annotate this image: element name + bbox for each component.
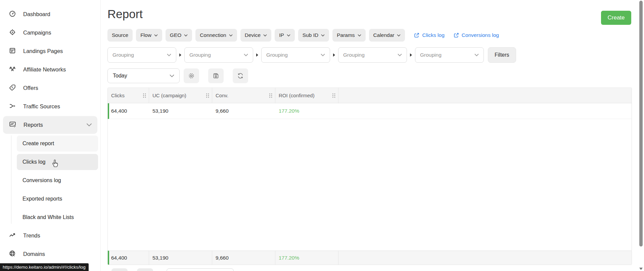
drag-handle-icon[interactable] [268, 93, 273, 99]
grouping-select-5[interactable]: Grouping [415, 47, 484, 63]
date-toolbar: Today [107, 68, 248, 83]
filter-chip-device[interactable]: Device [240, 29, 271, 42]
chip-label: Source [112, 32, 128, 38]
pagination-button-prev[interactable] [111, 268, 128, 271]
filter-chip-geo[interactable]: GEO [166, 29, 192, 42]
arrow-separator-icon [333, 53, 335, 57]
drag-handle-icon[interactable] [331, 93, 336, 99]
table-header-row: Clicks UC (campaign) Conv. ROI (confirme… [108, 88, 632, 103]
chip-label: Device [245, 32, 261, 38]
filter-chip-sub-id[interactable]: Sub ID [298, 29, 329, 42]
conversions-log-link[interactable]: Conversions log [453, 32, 499, 38]
filter-chip-calendar[interactable]: Calendar [369, 29, 405, 42]
filter-chip-params[interactable]: Params [332, 29, 365, 42]
sidebar-item-traffic-sources[interactable]: Traffic Sources [0, 97, 100, 116]
date-range-value: Today [113, 73, 127, 79]
people-icon [9, 65, 16, 74]
sidebar-item-domains[interactable]: Domains [0, 245, 100, 263]
table-empty-area [108, 119, 632, 251]
save-report-button[interactable] [208, 68, 224, 83]
cell-roi-confirmed: 177.20% [275, 108, 338, 114]
rows-per-page-select[interactable] [167, 268, 234, 271]
chevron-down-icon [358, 34, 361, 37]
filters-button[interactable]: Filters [488, 47, 516, 63]
chip-label: Sub ID [303, 32, 318, 38]
chevron-down-icon [321, 54, 325, 56]
submenu-row: Create report [0, 134, 100, 153]
arrow-separator-icon [256, 53, 258, 57]
link-label: Clicks log [422, 32, 444, 38]
chevron-down-icon [474, 54, 479, 56]
sidebar-item-create-report[interactable]: Create report [17, 136, 98, 152]
submenu-item-label: Create report [22, 141, 54, 147]
sidebar-item-exported-reports[interactable]: Exported reports [17, 191, 98, 207]
chip-label: Params [337, 32, 355, 38]
report-settings-button[interactable] [184, 68, 199, 83]
sidebar-item-offers[interactable]: $ Offers [0, 79, 100, 97]
pagination-button-next[interactable] [137, 268, 153, 271]
refresh-button[interactable] [233, 68, 248, 83]
column-header-clicks[interactable]: Clicks [108, 88, 149, 103]
total-roi-confirmed: 177.20% [275, 251, 338, 265]
sidebar-item-campaigns[interactable]: Campaigns [0, 23, 100, 42]
grouping-select-2[interactable]: Grouping [184, 47, 253, 63]
chip-label: GEO [170, 32, 181, 38]
drag-handle-icon[interactable] [142, 93, 147, 99]
sidebar-item-reports[interactable]: Reports [3, 116, 97, 134]
sidebar-item-black-white-lists[interactable]: Black and White Lists [17, 209, 98, 225]
scrollbar-down-arrow-icon[interactable] [639, 268, 643, 270]
grouping-select-3[interactable]: Grouping [261, 47, 330, 63]
drag-handle-icon[interactable] [205, 93, 210, 99]
grouping-select-4[interactable]: Grouping [338, 47, 407, 63]
total-clicks: 64,400 [109, 251, 149, 265]
sidebar-item-label: Trends [23, 232, 40, 239]
sidebar-item-label: Offers [23, 85, 38, 91]
trending-up-icon [9, 231, 16, 240]
svg-text:$: $ [12, 86, 13, 89]
target-icon [9, 29, 16, 37]
price-tag-icon: $ [9, 84, 16, 93]
column-header-roi-confirmed[interactable]: ROI (confirmed) [275, 88, 338, 103]
sidebar-item-dashboard[interactable]: Dashboard [0, 5, 100, 23]
column-header-conversions[interactable]: Conv. [212, 88, 275, 103]
total-uc-campaign: 53,190 [149, 251, 212, 265]
create-button[interactable]: Create [601, 11, 631, 25]
filter-chip-source[interactable]: Source [107, 29, 133, 42]
column-label: Clicks [111, 93, 125, 98]
cell-clicks: 64,400 [109, 108, 149, 114]
column-header-uc-campaign[interactable]: UC (campaign) [149, 88, 212, 103]
reports-submenu: Create report Clicks log Conversions l [0, 134, 100, 226]
sidebar-item-trends[interactable]: Trends [0, 226, 100, 245]
filter-chip-ip[interactable]: IP [275, 29, 295, 42]
sidebar-item-conversions-log[interactable]: Conversions log [17, 172, 98, 188]
scrollbar-thumb[interactable] [639, 1, 643, 247]
chevron-down-icon [229, 34, 233, 37]
chevron-down-icon [167, 54, 171, 56]
save-icon [212, 72, 220, 79]
report-chart-icon [9, 120, 16, 129]
grouping-select-1[interactable]: Grouping [107, 47, 176, 63]
column-label: ROI (confirmed) [279, 93, 315, 98]
arrow-separator-icon [410, 53, 412, 57]
sidebar-item-affiliate-networks[interactable]: Affiliate Networks [0, 60, 100, 79]
chip-label: IP [279, 32, 284, 38]
vertical-scrollbar [638, 0, 644, 271]
external-link-icon [414, 32, 420, 38]
cell-uc-campaign: 53,190 [149, 108, 212, 114]
sidebar-item-clicks-log[interactable]: Clicks log [17, 154, 98, 170]
filter-chip-flow[interactable]: Flow [136, 29, 162, 42]
grouping-placeholder: Grouping [112, 52, 134, 58]
document-icon [9, 47, 16, 56]
filter-chip-connection[interactable]: Connection [195, 29, 237, 42]
sidebar-item-label: Domains [23, 251, 45, 257]
globe-icon [9, 250, 16, 259]
table-row[interactable]: 64,400 53,190 9,660 177.20% [108, 103, 632, 119]
date-range-select[interactable]: Today [107, 68, 180, 83]
cursor-pointer-icon [50, 159, 59, 170]
filter-chips-row: Source Flow GEO Connection Device IP Sub… [107, 29, 499, 42]
sidebar-item-landings-pages[interactable]: Landings Pages [0, 42, 100, 60]
clicks-log-link[interactable]: Clicks log [414, 32, 444, 38]
column-label: UC (campaign) [152, 93, 186, 98]
submenu-row: Conversions log [0, 171, 100, 189]
sidebar-item-label: Dashboard [23, 11, 50, 17]
